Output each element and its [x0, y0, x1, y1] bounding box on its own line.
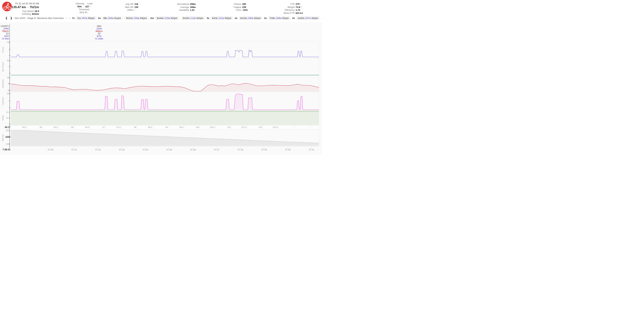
fitness-value: 205: [242, 3, 248, 6]
time-tick: [240, 147, 241, 148]
rpe-label: RPE: [80, 11, 84, 14]
interval-chip-4[interactable]: 3m20s212w62rpm: [181, 16, 205, 20]
interval-power: 223w: [164, 17, 170, 20]
max-hr-label: Max HR: [125, 6, 134, 9]
intensity-label: Intensity: [76, 2, 84, 5]
distance-tick-label: 95.5: [47, 126, 58, 128]
distance-tick-label: 99: [157, 126, 168, 128]
average-label: Average: [177, 6, 189, 9]
interval-cadence: 62rpm: [254, 17, 261, 20]
interval-cadence: 60rpm: [88, 17, 95, 20]
time-tick-label: 07:50: [282, 148, 293, 151]
avg-speed-value: 18.4: [34, 10, 39, 13]
interval-power: 212w: [190, 17, 196, 20]
weight-value: 74.8: [296, 6, 300, 9]
avg-speed-label: Avg Speed: [22, 10, 34, 13]
interval-power: 207w: [305, 17, 311, 20]
interval-chip-6[interactable]: 4m23s245w62rpm: [238, 16, 263, 20]
interval-chip-5[interactable]: 4m3s212w63rpm: [210, 16, 233, 20]
time-tick: [264, 147, 264, 148]
activity-date: Fri 31 Jul 20: [16, 2, 28, 5]
distance-gridline: [278, 126, 279, 129]
interval-chip-3[interactable]: 4m44s223w62rpm: [155, 16, 179, 20]
time-tick-label: 07:47: [211, 148, 222, 151]
normalized-label: Normalized: [177, 3, 189, 6]
interval-duration: 9m31s: [126, 17, 133, 20]
fatigue-label: Fatigue: [234, 6, 241, 9]
interval-power: 245w: [248, 17, 254, 20]
crosshair-line[interactable]: [10, 24, 10, 148]
distance-tick-label: 99.5: [173, 126, 184, 128]
activity-title[interactable]: Giro 2020 - Stage 6: Maratona dles Dolom…: [14, 17, 64, 20]
next-activity-button[interactable]: ❯: [10, 17, 13, 20]
edit-ftp-icon[interactable]: ✎: [300, 3, 301, 5]
interval-chip-8[interactable]: 2m53s207w63rpm: [296, 16, 320, 20]
time-tick-label: 07:44: [140, 148, 151, 151]
intervals-bar: ❮ ❯ Giro 2020 - Stage 6: Maratona dles D…: [5, 16, 322, 20]
intensity-value: 76%: [77, 5, 82, 8]
interval-duration: 2m53s: [298, 17, 304, 20]
interval-cadence: 62rpm: [171, 17, 177, 20]
distance-tick-label: 98: [126, 126, 136, 128]
normalized-value: 206w: [190, 3, 196, 6]
interval-cadence: 62rpm: [282, 17, 289, 20]
variability-value: 1.22: [190, 9, 196, 12]
hrrc-value: -: [134, 9, 138, 12]
interval-duration: 4m3s: [212, 17, 218, 20]
ftp-value: 270: [296, 3, 300, 6]
distance-gridline: [310, 126, 310, 129]
summary-stats: Fri 31 Jul 2009:10 AM 135.47 km✎7h21m Av…: [14, 2, 39, 16]
time-tick: [50, 147, 51, 148]
wbal-fill: [11, 111, 319, 125]
efficiency-value: 1.74: [296, 9, 303, 12]
interval-chip-0[interactable]: 31s307w60rpm: [76, 16, 96, 20]
prev-activity-button[interactable]: ❮: [5, 17, 8, 20]
edit-load-icon[interactable]: ✎: [90, 6, 91, 8]
time-tick-label: 07:45: [164, 148, 175, 151]
activity-start-time: 09:10 AM: [29, 2, 39, 5]
interval-power: 234w: [134, 17, 140, 20]
interval-power: 293w: [108, 17, 114, 20]
form-value: -15%: [242, 9, 248, 12]
distance-gridline: [106, 126, 106, 129]
interval-chip-9[interactable]: 16s531w63rpm: [322, 16, 322, 20]
intensity-stats: IntensityLoad 76%427✎ Threshold RPE ?✎: [73, 2, 95, 14]
interval-multiplier: 2x: [98, 17, 101, 20]
distance-gridline: [247, 126, 247, 129]
distance-tick-label: 96: [62, 126, 74, 128]
interval-duration: 31s: [77, 17, 81, 20]
activity-charts[interactable]: 12m57s 109w 79bpm Z1 40% N 34w 34m 183w …: [0, 22, 322, 155]
edit-weight-icon[interactable]: ✎: [300, 6, 302, 8]
interval-duration: 4m23s: [240, 17, 247, 20]
time-tick-label: 07:46: [188, 148, 198, 151]
weight-label: Weight: [284, 6, 295, 9]
interval-chip-1[interactable]: 68s293w61rpm: [102, 16, 123, 20]
interval-multiplier: 2x: [235, 17, 237, 20]
edit-rpe-icon[interactable]: ✎: [87, 12, 88, 14]
distance-gridline: [74, 126, 74, 129]
cycling-activity-logo[interactable]: [2, 2, 12, 11]
distance-gridline: [231, 126, 232, 129]
interval-power: 307w: [82, 17, 88, 20]
distance-gridline: [200, 126, 200, 129]
interval-chip-2[interactable]: 9m31s234w64rpm: [124, 16, 148, 20]
edit-title-icon[interactable]: ✎: [66, 17, 67, 19]
time-tick: [146, 147, 146, 148]
interval-power: 208w: [276, 17, 282, 20]
time-tick-label: 07:48: [235, 148, 246, 151]
interval-chip-7[interactable]: 7m6s208w62rpm: [268, 16, 291, 20]
interval-duration: 3m20s: [182, 17, 190, 20]
edit-distance-icon[interactable]: ✎: [27, 6, 29, 9]
max-hr-value: 150: [134, 6, 138, 9]
efficiency-label: Efficiency: [284, 9, 295, 12]
interval-cadence: 61rpm: [114, 17, 121, 20]
interval-multiplier: 2x: [292, 17, 295, 20]
distance-gridline: [137, 126, 137, 129]
power-stats: Normalized206w Average168w Variability1.…: [177, 3, 196, 12]
distance-gridline: [263, 126, 263, 129]
fitness-label: Fitness: [234, 3, 241, 6]
interval-chips: 7x31s307w60rpm2x68s293w61rpm9m31s234w64r…: [72, 16, 322, 20]
distance-tick-label: 94.5: [16, 126, 26, 128]
distance-gridline: [153, 126, 153, 129]
climbing-value: 4241m: [32, 13, 39, 16]
